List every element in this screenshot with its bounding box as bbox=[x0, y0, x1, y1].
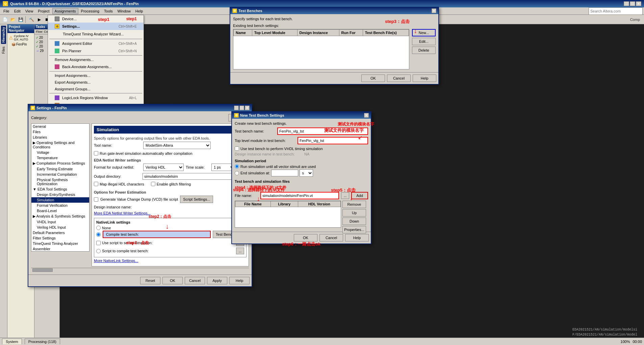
menu-edit[interactable]: Edit bbox=[12, 8, 23, 14]
tree-voltage[interactable]: Voltage bbox=[31, 150, 89, 155]
vhdl-checkbox[interactable] bbox=[235, 146, 239, 151]
file-browse-btn[interactable]: ... bbox=[341, 192, 349, 199]
menu-groups[interactable]: Assignment Groups... bbox=[48, 86, 144, 92]
close-button[interactable]: × bbox=[636, 1, 641, 6]
tree-vhdl[interactable]: VHDL Input bbox=[31, 219, 89, 225]
tree-early-timing[interactable]: Early Timing Estimate bbox=[31, 166, 89, 172]
tree-op-settings[interactable]: ▶ Operating Settings and Conditions bbox=[31, 140, 89, 150]
menu-help[interactable]: Help bbox=[133, 8, 145, 14]
settings-close[interactable]: × bbox=[245, 106, 250, 110]
menu-project[interactable]: Project bbox=[36, 8, 51, 14]
fenpin-item[interactable]: 📦 FenPin bbox=[9, 42, 33, 46]
menu-processing[interactable]: Processing bbox=[79, 8, 101, 14]
testbench-new-btn[interactable]: New... bbox=[412, 29, 436, 36]
settings-reset-btn[interactable]: Reset bbox=[140, 277, 160, 284]
tree-libraries[interactable]: Libraries bbox=[31, 135, 89, 140]
menu-file[interactable]: File bbox=[1, 8, 11, 14]
processing-tab[interactable]: Processing (118) bbox=[25, 339, 60, 344]
tree-board[interactable]: Board-Level bbox=[31, 208, 89, 213]
menu-timequest[interactable]: TimeQuest Timing Analyzer Wizard... bbox=[48, 30, 144, 38]
settings-ok-btn[interactable]: OK bbox=[162, 277, 183, 284]
radio-end-at[interactable] bbox=[235, 171, 239, 175]
output-dir-input[interactable] bbox=[143, 173, 237, 180]
tree-eda-tools[interactable]: ▼ EDA Tool Settings bbox=[31, 186, 89, 192]
menu-export[interactable]: Export Assignments... bbox=[48, 79, 144, 86]
scroll-thumb[interactable] bbox=[32, 268, 53, 272]
up-btn[interactable]: Up bbox=[342, 209, 366, 217]
testbench-edit-btn[interactable]: Edit... bbox=[412, 38, 436, 45]
tb2[interactable]: ▶ bbox=[35, 16, 43, 23]
newtb-close[interactable]: × bbox=[364, 113, 369, 118]
files-tab[interactable]: Files bbox=[1, 45, 6, 55]
use-script-checkbox[interactable] bbox=[96, 241, 101, 245]
filename-input[interactable] bbox=[260, 192, 339, 199]
tree-incremental[interactable]: Incremental Compilation bbox=[31, 172, 89, 177]
settings-help-btn[interactable]: Help bbox=[229, 277, 250, 284]
end-at-input[interactable] bbox=[271, 170, 298, 176]
glitch-checkbox[interactable] bbox=[151, 182, 155, 186]
vcd-checkbox[interactable] bbox=[94, 197, 98, 202]
format-select[interactable]: Verilog HDL bbox=[143, 164, 184, 171]
menu-settings[interactable]: ⚙ Settings... Ctrl+Shift+E bbox=[48, 23, 144, 30]
tree-simulation[interactable]: Simulation bbox=[31, 197, 89, 203]
save-btn[interactable]: 💾 bbox=[17, 16, 24, 23]
settings-minimize[interactable]: _ bbox=[234, 106, 239, 110]
properties-btn[interactable]: Properties... bbox=[342, 226, 366, 233]
radio-script[interactable] bbox=[96, 249, 101, 253]
newtb-help-btn[interactable]: Help bbox=[345, 234, 369, 241]
tree-files[interactable]: Files bbox=[31, 129, 89, 135]
settings-apply-btn[interactable]: Apply bbox=[207, 277, 227, 284]
menu-asn-editor[interactable]: Assignment Editor Ctrl+Shift+A bbox=[48, 40, 144, 47]
toplevel-input[interactable] bbox=[298, 137, 368, 144]
bench-name-input[interactable] bbox=[277, 127, 368, 135]
tree-default-params[interactable]: Default Parameters bbox=[31, 230, 89, 235]
remove-btn[interactable]: Remove bbox=[342, 201, 366, 208]
tree-temp[interactable]: Temperature bbox=[31, 155, 89, 161]
minimize-button[interactable]: _ bbox=[624, 1, 629, 6]
tree-physical-synth[interactable]: Physical Synthesis Optimization bbox=[31, 177, 89, 186]
menu-import[interactable]: Import Assignments... bbox=[48, 72, 144, 79]
settings-cancel-btn[interactable]: Cancel bbox=[185, 277, 205, 284]
newtb-ok-btn[interactable]: OK bbox=[294, 234, 317, 241]
menu-remove[interactable]: Remove Assignments... bbox=[48, 56, 144, 63]
testbench-delete-btn[interactable]: Delete bbox=[412, 47, 436, 54]
menu-assignments[interactable]: Assignments bbox=[52, 8, 78, 14]
search-input[interactable] bbox=[589, 7, 643, 15]
newtb-cancel-btn[interactable]: Cancel bbox=[319, 234, 343, 241]
settings-maximize[interactable]: □ bbox=[239, 106, 244, 110]
more-nativelink-link[interactable]: More NativeLink Settings... bbox=[94, 259, 247, 263]
testbench-cancel-btn[interactable]: Cancel bbox=[387, 75, 411, 82]
menu-pin-planner[interactable]: Pin Planner Ctrl+Shift+N bbox=[48, 47, 144, 55]
testbench-close[interactable]: × bbox=[432, 8, 436, 13]
tree-analysis[interactable]: ▶ Analysis & Synthesis Settings bbox=[31, 213, 89, 219]
radio-compile[interactable] bbox=[96, 232, 101, 237]
testbench-ok-btn[interactable]: OK bbox=[361, 75, 385, 82]
menu-logiclock[interactable]: LogicLock Regions Window Alt+L bbox=[48, 94, 144, 102]
system-tab[interactable]: System bbox=[2, 339, 22, 344]
new-btn[interactable]: 📄 bbox=[1, 16, 9, 23]
tree-design-entry[interactable]: Design Entry/Synthesis bbox=[31, 192, 89, 197]
open-btn[interactable]: 📂 bbox=[9, 16, 17, 23]
script-settings-btn[interactable]: Script Settings... bbox=[180, 196, 213, 203]
radio-none[interactable] bbox=[96, 226, 101, 230]
testbench-help-btn[interactable]: Help bbox=[413, 75, 436, 82]
more-settings-link[interactable]: More EDA Netlist Writer Settings... bbox=[94, 211, 247, 215]
scroll-bar[interactable] bbox=[31, 268, 249, 272]
menu-device[interactable]: Device... step1 bbox=[48, 15, 144, 23]
tree-fitter[interactable]: Fitter Settings bbox=[31, 235, 89, 241]
toolname-select[interactable]: ModelSim-Altera bbox=[143, 142, 211, 149]
tree-verilog[interactable]: Verilog HDL Input bbox=[31, 225, 89, 230]
tree-general[interactable]: General bbox=[31, 124, 89, 129]
menu-view[interactable]: View bbox=[23, 8, 35, 14]
gate-level-checkbox[interactable] bbox=[94, 151, 98, 155]
tree-timequest[interactable]: TimeQuest Timing Analyzer bbox=[31, 241, 89, 246]
down-btn[interactable]: Down bbox=[342, 218, 366, 225]
menu-back-annotate[interactable]: Back-Annotate Assignments... bbox=[48, 63, 144, 70]
tree-formal[interactable]: Formal Verification bbox=[31, 203, 89, 208]
maximize-button[interactable]: □ bbox=[630, 1, 635, 6]
file-add-btn[interactable]: Add bbox=[351, 192, 368, 199]
radio-run-all[interactable] bbox=[235, 164, 239, 169]
menu-tools[interactable]: Tools bbox=[102, 8, 115, 14]
tree-assembler[interactable]: Assembler bbox=[31, 246, 89, 252]
script-browse[interactable]: ... bbox=[236, 248, 244, 254]
